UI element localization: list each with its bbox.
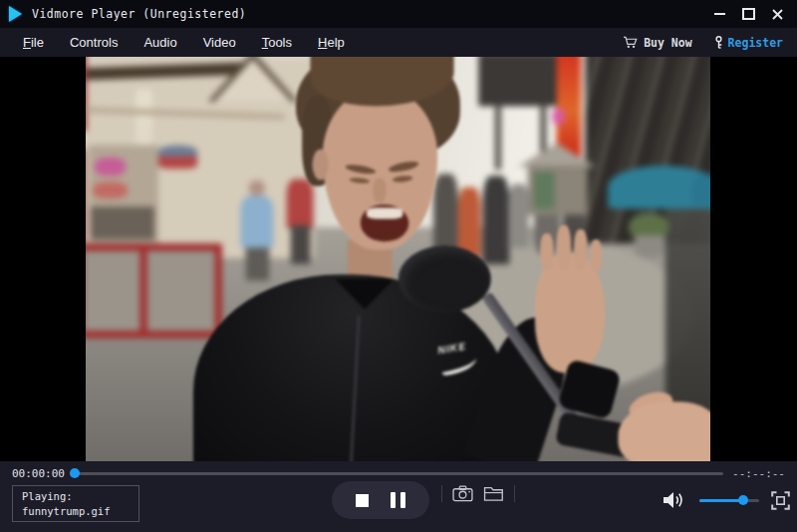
boy-finger (557, 225, 571, 270)
close-icon (772, 9, 783, 20)
close-button[interactable] (769, 6, 785, 22)
pause-icon (391, 492, 396, 508)
buy-now-button[interactable]: Buy Now (623, 36, 691, 50)
microphone-foam (398, 246, 491, 313)
play-triangle-icon (9, 6, 22, 22)
duration-time: --:--:-- (732, 467, 785, 480)
current-time: 00:00:00 (12, 467, 65, 480)
now-playing-box: Playing: funnytrump.gif (12, 485, 139, 522)
volume-fill (699, 499, 743, 502)
divider (514, 485, 515, 502)
folder-icon (483, 486, 504, 502)
minimize-button[interactable] (711, 6, 727, 22)
seek-bar[interactable] (74, 472, 723, 475)
menu-tools[interactable]: Tools (251, 31, 303, 54)
menu-help[interactable]: Help (307, 31, 356, 54)
menubar: File Controls Audio Video Tools Help Buy… (0, 28, 797, 57)
volume-group (662, 481, 791, 519)
boy-finger (591, 239, 602, 272)
menu-controls[interactable]: Controls (59, 31, 129, 54)
snapshot-button[interactable] (452, 485, 473, 502)
minimize-icon (714, 13, 725, 15)
camera-icon (452, 485, 473, 502)
fullscreen-button[interactable] (771, 491, 790, 510)
fullscreen-icon (771, 491, 790, 510)
register-button[interactable]: Register (714, 36, 783, 50)
video-display[interactable]: NIKE (0, 57, 797, 461)
volume-handle[interactable] (738, 495, 748, 505)
key-icon (714, 36, 723, 49)
app-window: Vidmore Player (Unregistered) File Contr… (0, 0, 797, 532)
divider (441, 485, 442, 502)
menubar-right: Buy Now Register (623, 36, 797, 50)
stop-button[interactable] (356, 494, 369, 507)
pause-button[interactable] (391, 492, 405, 508)
titlebar: Vidmore Player (Unregistered) (0, 0, 797, 28)
now-playing-label: Playing: (22, 489, 130, 504)
boy-teeth (367, 208, 402, 219)
boy-nose (373, 178, 386, 203)
playback-pill (332, 481, 429, 519)
volume-slider[interactable] (699, 499, 759, 502)
control-bar: 00:00:00 --:--:-- Playing: funnytrump.gi… (0, 461, 797, 532)
maximize-button[interactable] (740, 6, 756, 22)
now-playing-file: funnytrump.gif (22, 504, 130, 519)
video-frame: NIKE (86, 57, 710, 461)
playlist-button[interactable] (483, 486, 504, 502)
register-label: Register (728, 36, 783, 50)
menu-video[interactable]: Video (192, 31, 247, 54)
boy-ear (312, 149, 328, 180)
boy-finger (574, 229, 587, 270)
cart-icon (623, 36, 638, 49)
timeline-row: 00:00:00 --:--:-- (0, 464, 797, 482)
window-controls (711, 6, 797, 22)
buy-now-label: Buy Now (644, 36, 691, 50)
maximize-icon (742, 8, 755, 20)
tool-icons (441, 485, 515, 502)
menu-audio[interactable]: Audio (133, 31, 187, 54)
seek-handle[interactable] (70, 468, 80, 478)
menu-items: File Controls Audio Video Tools Help (0, 31, 356, 54)
window-title: Vidmore Player (Unregistered) (32, 7, 246, 21)
menu-file[interactable]: File (12, 31, 55, 54)
boy-finger (540, 233, 553, 270)
mute-button[interactable] (662, 490, 685, 510)
pause-icon (400, 492, 405, 508)
scene-foreground: NIKE (86, 57, 710, 461)
speaker-icon (662, 490, 685, 510)
